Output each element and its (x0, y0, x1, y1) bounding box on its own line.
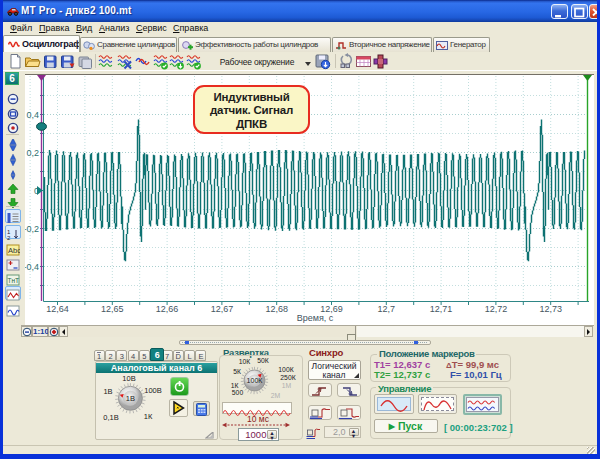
svg-text:1К: 1К (231, 382, 239, 389)
svg-text:-0,4: -0,4 (25, 262, 39, 272)
svg-text:10В: 10В (122, 374, 135, 383)
svg-text:250К: 250К (280, 374, 295, 381)
svg-text:Время, с: Время, с (297, 313, 334, 323)
svg-text:500: 500 (232, 389, 244, 396)
svg-text:2М: 2М (271, 392, 281, 399)
svg-text:1К: 1К (144, 412, 153, 421)
svg-text:12,73: 12,73 (539, 304, 562, 314)
svg-text:50К: 50К (257, 357, 269, 364)
svg-text:100К: 100К (247, 377, 264, 384)
svg-text:12,71: 12,71 (430, 304, 453, 314)
svg-text:12,72: 12,72 (485, 304, 508, 314)
svg-text:ТнТ: ТнТ (8, 277, 20, 284)
svg-text:1В: 1В (103, 387, 112, 396)
svg-text:12,68: 12,68 (265, 304, 288, 314)
svg-text:1М: 1М (282, 382, 292, 389)
svg-text:5К: 5К (233, 368, 241, 375)
svg-text:12,7: 12,7 (378, 304, 396, 314)
svg-text:0,4: 0,4 (26, 110, 39, 120)
svg-text:10К: 10К (239, 358, 251, 365)
svg-text:Abc: Abc (8, 246, 20, 255)
svg-text:0,1В: 0,1В (103, 413, 118, 422)
svg-text:-0,2: -0,2 (25, 224, 39, 234)
svg-text:100К: 100К (278, 366, 293, 373)
svg-text:12,65: 12,65 (101, 304, 124, 314)
svg-text:12,67: 12,67 (211, 304, 234, 314)
svg-text:12,64: 12,64 (46, 304, 69, 314)
svg-text:0,2: 0,2 (26, 148, 39, 158)
svg-text:100В: 100В (144, 386, 162, 395)
svg-text:12,66: 12,66 (156, 304, 179, 314)
svg-text:2: 2 (7, 234, 11, 240)
svg-text:1В: 1В (126, 394, 135, 403)
